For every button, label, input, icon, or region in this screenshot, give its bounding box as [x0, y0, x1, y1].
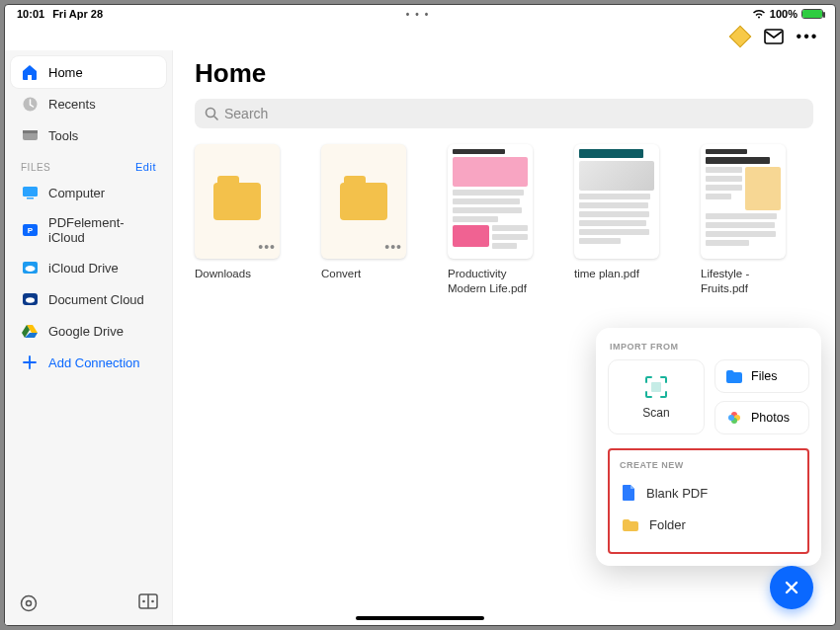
sidebar-item-home[interactable]: Home	[11, 56, 166, 88]
files-folder-icon	[725, 369, 743, 384]
folder-label: Folder	[649, 517, 686, 532]
scan-label: Scan	[642, 406, 669, 420]
import-files-button[interactable]: Files	[714, 359, 809, 393]
import-scan-button[interactable]: Scan	[608, 359, 705, 434]
files-section-label: FILES	[21, 162, 50, 173]
item-productivity-pdf[interactable]: Productivity Modern Life.pdf	[448, 144, 546, 296]
home-icon	[21, 63, 39, 81]
svg-rect-3	[23, 130, 38, 133]
svg-rect-5	[27, 197, 34, 199]
sidebar-add-connection[interactable]: Add Connection	[11, 347, 166, 378]
sidebar-item-tools[interactable]: Tools	[11, 119, 166, 151]
item-lifestyle-pdf[interactable]: Lifestyle - Fruits.pdf	[701, 144, 799, 296]
folder-thumb: •••	[321, 144, 406, 259]
more-icon[interactable]: •••	[798, 27, 817, 46]
wifi-icon	[752, 9, 766, 19]
folder-small-icon	[622, 518, 639, 532]
item-label: Downloads	[195, 267, 294, 281]
close-fab-button[interactable]	[770, 566, 813, 609]
svg-line-19	[214, 117, 217, 119]
item-label: Lifestyle - Fruits.pdf	[701, 267, 799, 296]
create-new-section: CREATE NEW Blank PDF Folder	[608, 448, 809, 554]
item-time-plan-pdf[interactable]: time plan.pdf	[574, 144, 673, 296]
settings-icon[interactable]	[19, 593, 39, 613]
sidebar-item-label: Computer	[48, 186, 105, 200]
sidebar-item-icloud-drive[interactable]: iCloud Drive	[11, 252, 166, 283]
item-label: time plan.pdf	[574, 267, 673, 281]
folder-icon	[340, 183, 387, 220]
photos-label: Photos	[751, 411, 790, 425]
item-more-icon[interactable]: •••	[384, 239, 402, 255]
svg-point-11	[26, 297, 35, 303]
item-label: Convert	[321, 267, 420, 281]
status-time: 10:01	[17, 8, 44, 20]
files-edit-button[interactable]: Edit	[135, 161, 156, 173]
blank-pdf-icon	[622, 484, 636, 502]
photos-icon	[725, 409, 743, 427]
pdfelement-cloud-icon: P	[21, 221, 39, 239]
sidebar-section-files: FILES Edit	[11, 151, 166, 177]
create-blank-pdf-button[interactable]: Blank PDF	[618, 476, 799, 510]
mail-icon[interactable]	[764, 27, 784, 46]
import-photos-button[interactable]: Photos	[714, 401, 809, 434]
sidebar-item-computer[interactable]: Computer	[11, 177, 166, 208]
computer-icon	[21, 184, 39, 201]
page-title: Home	[195, 58, 813, 89]
sidebar-item-label: Tools	[48, 128, 78, 143]
search-placeholder: Search	[224, 106, 268, 121]
icloud-icon	[21, 259, 39, 276]
sidebar-item-google-drive[interactable]: Google Drive	[11, 315, 166, 347]
clock-icon	[21, 95, 39, 113]
svg-point-16	[142, 600, 145, 603]
sidebar: Home Recents Tools FILES Edit	[5, 50, 173, 625]
blank-pdf-label: Blank PDF	[646, 486, 708, 501]
svg-rect-4	[23, 187, 38, 197]
svg-point-18	[207, 109, 215, 118]
search-icon	[205, 107, 218, 120]
sidebar-item-pdfelement-icloud[interactable]: P PDFelement-iCloud	[11, 208, 166, 252]
search-input[interactable]: Search	[195, 99, 813, 128]
import-from-header: IMPORT FROM	[610, 342, 809, 352]
top-toolbar: •••	[5, 23, 835, 50]
sidebar-item-label: Recents	[48, 97, 96, 112]
sidebar-item-document-cloud[interactable]: Document Cloud	[11, 283, 166, 315]
sidebar-item-recents[interactable]: Recents	[11, 88, 166, 119]
sidebar-item-label: Google Drive	[48, 324, 124, 339]
view-toggle-icon[interactable]	[138, 593, 158, 613]
item-convert[interactable]: ••• Convert	[321, 144, 420, 296]
svg-point-9	[25, 266, 35, 272]
create-folder-button[interactable]: Folder	[618, 510, 799, 540]
sidebar-item-label: Document Cloud	[48, 292, 144, 307]
sidebar-item-label: PDFelement-iCloud	[48, 215, 156, 245]
item-label: Productivity Modern Life.pdf	[448, 267, 546, 296]
sidebar-item-label: Add Connection	[48, 355, 140, 370]
file-grid: ••• Downloads ••• Convert	[195, 144, 813, 296]
svg-text:P: P	[27, 226, 33, 235]
sidebar-item-label: iCloud Drive	[48, 261, 119, 276]
sidebar-item-label: Home	[48, 65, 83, 80]
add-popup: IMPORT FROM Scan Files	[596, 328, 821, 566]
item-downloads[interactable]: ••• Downloads	[195, 144, 294, 296]
tools-icon	[21, 126, 39, 144]
files-label: Files	[751, 369, 777, 383]
status-bar: 10:01 Fri Apr 28 ••• 100%	[5, 5, 835, 23]
pdf-thumb	[701, 144, 786, 259]
close-icon	[783, 579, 800, 596]
plus-icon	[21, 354, 39, 371]
premium-icon[interactable]	[730, 27, 750, 46]
item-more-icon[interactable]: •••	[258, 239, 276, 255]
create-new-header: CREATE NEW	[620, 460, 799, 470]
multitask-dots-icon[interactable]: •••	[406, 9, 435, 20]
svg-point-17	[151, 600, 154, 603]
folder-thumb: •••	[195, 144, 280, 259]
google-drive-icon	[21, 322, 39, 340]
pdf-thumb	[448, 144, 533, 259]
svg-point-13	[27, 601, 32, 606]
svg-rect-20	[651, 382, 661, 392]
folder-icon	[213, 183, 261, 220]
home-indicator[interactable]	[356, 616, 484, 620]
document-cloud-icon	[21, 290, 39, 308]
svg-point-12	[22, 596, 37, 611]
battery-icon	[801, 9, 823, 19]
svg-point-24	[728, 415, 734, 421]
